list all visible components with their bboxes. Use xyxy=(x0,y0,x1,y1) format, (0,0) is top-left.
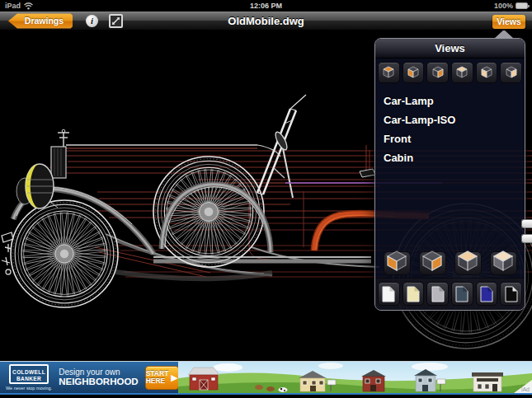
viewcube-left-icon xyxy=(478,64,495,81)
doc-style-white-button[interactable] xyxy=(378,282,400,306)
doc-black-icon xyxy=(505,286,518,302)
start-here-button[interactable]: START HERE ▶ xyxy=(145,366,179,390)
viewcube-back-icon xyxy=(454,64,470,81)
diagonal-arrow-icon xyxy=(111,16,120,26)
neighborhood-art xyxy=(178,362,532,393)
isocube-bottom-left-icon xyxy=(385,249,408,272)
view-item-car-lamp[interactable]: Car-Lamp xyxy=(375,91,525,110)
ad-illustration: iAd xyxy=(178,362,532,393)
front-wheel xyxy=(11,200,118,307)
status-bar: iPad 12:06 PM 100% xyxy=(0,0,532,12)
face-view-row xyxy=(375,59,525,86)
app-screen: iPad 12:06 PM 100% Drawings i OldMobile.… xyxy=(0,0,532,398)
doc-style-silver-button[interactable] xyxy=(426,282,449,306)
viewcube-top-button[interactable] xyxy=(378,62,400,83)
viewcube-bottom-icon xyxy=(503,64,520,81)
views-popup-title: Views xyxy=(375,39,525,59)
drawings-back-button[interactable]: Drawings xyxy=(8,13,73,29)
viewcube-right-button[interactable] xyxy=(426,62,449,83)
ad-headline: Design your own NEIGHBORHOOD xyxy=(59,368,138,387)
brand-line2: BANKER xyxy=(11,376,47,382)
isocube-top-right-icon xyxy=(456,249,479,272)
house-white-store xyxy=(472,372,503,391)
cta-arrow-icon: ▶ xyxy=(171,373,177,382)
viewcube-bottom-button[interactable] xyxy=(500,62,522,83)
saved-views-list: Car-Lamp Car-Lamp-ISO Front Cabin xyxy=(375,86,525,167)
headline-line2: NEIGHBORHOOD xyxy=(59,377,138,387)
ad-banner[interactable]: COLDWELL BANKER We never stop moving. De… xyxy=(0,361,532,395)
doc-silver-icon xyxy=(431,286,445,302)
view-item-car-lamp-iso[interactable]: Car-Lamp-ISO xyxy=(375,110,525,129)
doc-style-cream-button[interactable] xyxy=(403,282,425,306)
doc-style-slate-button[interactable] xyxy=(451,282,473,306)
iad-watermark: iAd xyxy=(521,386,530,392)
doc-cream-icon xyxy=(407,286,420,302)
views-button[interactable]: Views xyxy=(492,15,525,29)
viewcube-back-button[interactable] xyxy=(451,62,473,83)
doc-style-blue-button[interactable] xyxy=(476,282,498,306)
headline-line1: Design your own xyxy=(59,368,138,377)
view-item-cabin[interactable]: Cabin xyxy=(375,148,525,167)
toolbar: Drawings i OldMobile.dwg Views xyxy=(0,12,532,30)
viewcube-front-icon xyxy=(405,64,421,81)
viewcube-top-icon xyxy=(380,64,397,81)
doc-blue-icon xyxy=(480,286,493,302)
viewcube-right-icon xyxy=(430,64,446,81)
isocube-top-right-button[interactable] xyxy=(454,251,482,275)
isocube-top-left-button[interactable] xyxy=(490,251,517,275)
viewcube-left-button[interactable] xyxy=(476,62,498,83)
popup-callout-arrow xyxy=(494,30,514,39)
viewcube-front-button[interactable] xyxy=(403,62,425,83)
doc-style-black-button[interactable] xyxy=(500,282,522,306)
doc-white-icon xyxy=(382,286,395,302)
headlamp xyxy=(16,164,54,208)
ad-text-panel: COLDWELL BANKER We never stop moving. De… xyxy=(0,362,178,393)
brand-line1: COLDWELL xyxy=(11,369,47,376)
info-icon[interactable]: i xyxy=(86,15,98,27)
doc-slate-icon xyxy=(455,286,468,302)
paper-style-row xyxy=(375,278,525,310)
battery-icon xyxy=(516,2,528,9)
isocube-bottom-right-button[interactable] xyxy=(419,251,446,275)
views-popup: Views xyxy=(374,38,525,311)
edge-handle-top[interactable] xyxy=(521,219,532,228)
view-item-front[interactable]: Front xyxy=(375,129,525,148)
isocube-bottom-left-button[interactable] xyxy=(384,251,411,275)
barn xyxy=(188,368,219,390)
iso-view-row xyxy=(375,251,525,278)
coldwell-banker-logo[interactable]: COLDWELL BANKER We never stop moving. xyxy=(6,364,52,391)
clock: 12:06 PM xyxy=(0,2,532,10)
brand-tagline: We never stop moving. xyxy=(6,386,52,391)
document-title: OldMobile.dwg xyxy=(0,15,532,27)
cta-line2: HERE xyxy=(146,377,169,385)
front-bumper-parts xyxy=(2,232,13,274)
edge-handle-bottom[interactable] xyxy=(521,234,532,243)
popup-spacer xyxy=(375,167,525,251)
isocube-bottom-right-icon xyxy=(421,249,444,272)
fullscreen-icon[interactable] xyxy=(109,14,123,28)
battery-percent: 100% xyxy=(494,2,513,10)
isocube-top-left-icon xyxy=(492,249,515,272)
